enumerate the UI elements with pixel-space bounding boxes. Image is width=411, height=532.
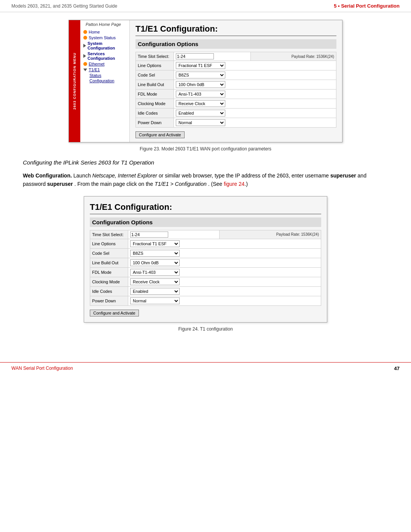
ethernet-link[interactable]: Ethernet (89, 62, 105, 66)
configure-activate-button-fig2[interactable]: Configure and Activate (90, 310, 139, 316)
page-footer: WAN Serial Port Configuration 47 (0, 362, 411, 374)
body-text-part4: . From the main page click on the (74, 181, 155, 187)
config-title-fig2: T1/E1 Configuration: (90, 202, 321, 214)
label-fdl-mode: FDL Mode (136, 89, 174, 99)
idle-codes-select[interactable]: Enabled (176, 110, 225, 117)
button-container-fig2: Configure and Activate (90, 308, 321, 316)
bullet-icon (83, 30, 87, 34)
config-table-fig2: Time Slot Select: Payload Rate: 1536K(24… (90, 230, 321, 306)
value-idle-codes-f2: Enabled (128, 286, 321, 296)
sidebar-brand: 2603 Configuration Menu (73, 53, 76, 110)
timeslot-input[interactable] (176, 53, 214, 59)
code-sel-select[interactable]: B8ZS (176, 72, 225, 78)
line-options-select[interactable]: Fractional T1 ESF (176, 62, 225, 69)
table-row: Power Down Normal (90, 296, 321, 305)
sidebar-item-services-config[interactable]: Services Configuration (83, 51, 126, 61)
value-timeslot (174, 52, 251, 61)
body-italic-path: T1/E1 > Configuration (155, 181, 207, 187)
bullet-icon (83, 36, 87, 40)
sidebar-content: Patton Home Page Home System Status S (80, 20, 129, 86)
section-heading: Configuring the IPLink Series 2603 for T… (23, 159, 388, 166)
body-italic-browsers: Netscape, Internet Explorer (92, 173, 157, 179)
power-down-select[interactable]: Normal (176, 119, 225, 126)
table-row: FDL Mode Ansi-T1-403 (136, 89, 336, 99)
services-config-link[interactable]: Services Configuration (88, 51, 126, 61)
value-timeslot-f2 (128, 230, 220, 239)
clocking-mode-select[interactable]: Receive Clock (176, 100, 225, 107)
sidebar-red-bar: 2603 Configuration Menu (69, 20, 80, 142)
value-clocking-mode-f2: Receive Clock (128, 277, 321, 286)
label-clocking-mode-f2: Clocking Mode (90, 277, 128, 286)
clocking-mode-select-f2[interactable]: Receive Clock (130, 278, 180, 285)
label-timeslot: Time Slot Select: (136, 52, 174, 61)
main-panel-figure1: T1/E1 Configuration: Configuration Optio… (130, 20, 342, 142)
t1e1-link[interactable]: T1/E1 (89, 67, 100, 72)
figure1-container: 2603 Configuration Menu Patton Home Page… (23, 20, 388, 142)
value-line-build-out-f2: 100 Ohm 0dB (128, 258, 321, 267)
value-fdl-mode-f2: Ansi-T1-403 (128, 267, 321, 277)
sub-nav: Status Configuration (89, 73, 126, 83)
idle-codes-select-f2[interactable]: Enabled (130, 288, 180, 295)
body-text-part5: . (See figure 24.) (208, 181, 248, 187)
status-link[interactable]: Status (89, 73, 101, 78)
footer-left-text: WAN Serial Port Configuration (11, 366, 73, 371)
configuration-link[interactable]: Configuration (89, 78, 114, 83)
payload-rate-f2: Payload Rate: 1536K(24) (220, 230, 321, 239)
table-row: FDL Mode Ansi-T1-403 (90, 267, 321, 277)
timeslot-input-f2[interactable] (130, 232, 168, 238)
label-idle-codes: Idle Codes (136, 109, 174, 118)
device-ui-figure1: 2603 Configuration Menu Patton Home Page… (68, 20, 342, 142)
sub-nav-configuration[interactable]: Configuration (89, 78, 126, 83)
home-link[interactable]: Home (89, 30, 100, 34)
table-row: Power Down Normal (136, 118, 336, 128)
config-table-fig1: Time Slot Select: Payload Rate: 1536K(24… (135, 52, 336, 128)
arrow-right-icon (83, 44, 86, 48)
figure2: T1/E1 Configuration: Configuration Optio… (84, 196, 327, 323)
home-page-link[interactable]: Patton Home Page (80, 22, 126, 27)
code-sel-select-f2[interactable]: B8ZS (130, 250, 180, 257)
label-clocking-mode: Clocking Mode (136, 99, 174, 109)
sidebar-item-t1e1[interactable]: T1/E1 (83, 67, 126, 72)
table-row: Time Slot Select: Payload Rate: 1536K(24… (90, 230, 321, 239)
label-timeslot-f2: Time Slot Select: (90, 230, 128, 239)
body-text-part1: Launch (73, 173, 92, 179)
value-line-build-out: 100 Ohm 0dB (174, 80, 336, 89)
value-power-down: Normal (174, 118, 336, 128)
line-build-out-select-f2[interactable]: 100 Ohm 0dB (130, 259, 180, 266)
body-bold-intro: Web Configuration. (23, 173, 72, 179)
sidebar-item-system-status[interactable]: System Status (83, 35, 126, 40)
power-down-select-f2[interactable]: Normal (130, 297, 180, 304)
arrow-right-icon (83, 54, 86, 58)
sidebar-item-home[interactable]: Home (83, 30, 126, 34)
value-fdl-mode: Ansi-T1-403 (174, 89, 336, 99)
system-status-link[interactable]: System Status (89, 35, 116, 40)
line-build-out-select[interactable]: 100 Ohm 0dB (176, 81, 225, 88)
configure-activate-button-fig1[interactable]: Configure and Activate (135, 131, 185, 138)
table-row: Idle Codes Enabled (136, 109, 336, 118)
sub-nav-status[interactable]: Status (89, 73, 126, 78)
line-options-select-f2[interactable]: Fractional T1 ESF (130, 240, 180, 247)
value-line-options-f2: Fractional T1 ESF (128, 239, 321, 248)
bullet-icon (83, 62, 87, 66)
label-power-down-f2: Power Down (90, 296, 128, 305)
figure2-caption: Figure 24. T1 configuration (23, 326, 388, 332)
fdl-mode-select[interactable]: Ansi-T1-403 (176, 91, 225, 97)
fdl-mode-select-f2[interactable]: Ansi-T1-403 (130, 269, 180, 276)
table-row: Code Sel B8ZS (136, 70, 336, 80)
sidebar: 2603 Configuration Menu Patton Home Page… (69, 20, 130, 142)
value-idle-codes: Enabled (174, 109, 336, 118)
table-row: Time Slot Select: Payload Rate: 1536K(24… (136, 52, 336, 61)
header-left-text: Models 2603, 2621, and 2635 Getting Star… (11, 3, 117, 9)
table-row: Clocking Mode Receive Clock (90, 277, 321, 286)
table-row: Line Options Fractional T1 ESF (136, 61, 336, 70)
arrow-down-icon (83, 69, 87, 71)
sidebar-item-system-config[interactable]: System Configuration (83, 41, 126, 50)
figure24-link[interactable]: figure 24 (224, 181, 244, 187)
table-row: Code Sel B8ZS (90, 248, 321, 258)
config-subtitle-fig1: Configuration Options (135, 39, 336, 49)
system-config-link[interactable]: System Configuration (88, 41, 126, 50)
button-container-fig1: Configure and Activate (135, 130, 336, 138)
label-power-down: Power Down (136, 118, 174, 128)
sidebar-item-ethernet[interactable]: Ethernet (83, 62, 126, 66)
body-username: superuser (330, 173, 356, 179)
